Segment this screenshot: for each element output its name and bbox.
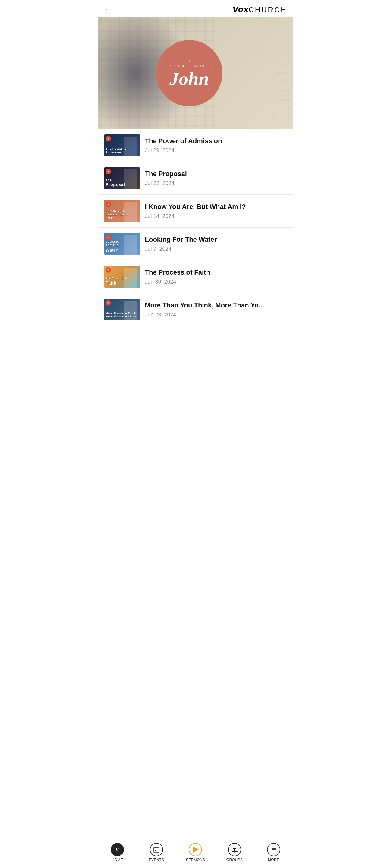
hero-label-son: SON xyxy=(271,107,290,112)
sermon-title: The Proposal xyxy=(145,170,287,179)
sermon-thumbnail: V More Than You ThinkMore Than You Know xyxy=(104,299,140,320)
hero-label-apostle: APOSTLE xyxy=(271,98,290,102)
events-icon xyxy=(150,843,163,856)
back-button[interactable]: ← xyxy=(104,6,112,13)
nav-item-sermons[interactable]: SERMONS xyxy=(176,843,215,862)
sermon-title: I Know You Are, But What Am I? xyxy=(145,203,287,211)
hero-label-friend: FRIEND xyxy=(271,26,290,30)
hero-label-witness: WITNESS xyxy=(271,81,290,84)
thumb-label: THEProposal xyxy=(106,178,125,187)
hero-label-prisoner: PRISONER xyxy=(271,53,290,57)
nav-label-groups: GROUPS xyxy=(227,858,243,862)
thumb-label: LOOKINGFOR THEWater xyxy=(106,240,120,253)
bottom-nav: V HOME EVENTS SER xyxy=(98,840,293,868)
vox-badge: V xyxy=(106,202,111,207)
svg-point-6 xyxy=(233,847,235,849)
more-svg xyxy=(270,846,277,853)
sermon-info: I Know You Are, But What Am I? Jul 14, 2… xyxy=(145,203,287,219)
nav-item-groups[interactable]: GROUPS xyxy=(215,843,254,862)
thumb-figure xyxy=(124,169,137,189)
sermon-list: V THE POWER OFAdmission The Power of Adm… xyxy=(98,129,293,326)
nav-label-sermons: SERMONS xyxy=(186,858,205,862)
hero-label-caretaker: CARETAKER xyxy=(271,90,290,93)
svg-point-8 xyxy=(234,849,236,851)
vox-badge: V xyxy=(106,267,111,273)
nav-spacer xyxy=(98,326,293,353)
more-icon xyxy=(267,843,280,856)
svg-point-11 xyxy=(233,851,236,852)
sermon-info: The Proposal Jul 22, 2024 xyxy=(145,170,287,187)
sermon-info: Looking For The Water Jul 7, 2024 xyxy=(145,236,287,252)
sermon-date: Jul 22, 2024 xyxy=(145,180,287,187)
sermon-date: Jul 29, 2024 xyxy=(145,147,287,154)
sermon-title: More Than You Think, More Than Yo... xyxy=(145,301,287,310)
logo-church: CHURCH xyxy=(249,6,287,14)
hero-label-prophet: PROPHET xyxy=(271,71,290,75)
logo-vox: Vox xyxy=(233,5,248,14)
hero-labels: FRIEND BROTHER JOURNER PRISONER DISCIPLE… xyxy=(271,18,290,129)
hero-label-journer: JOURNER xyxy=(271,44,290,48)
list-item[interactable]: V THEProposal The Proposal Jul 22, 2024 xyxy=(98,162,293,195)
sermon-title: Looking For The Water xyxy=(145,236,287,244)
gospel-text: THEGOSPEL ACCORDING TO xyxy=(163,59,215,69)
groups-svg xyxy=(231,846,238,853)
play-icon xyxy=(193,846,199,852)
sermon-thumbnail: V THEProposal xyxy=(104,167,140,189)
vox-badge: V xyxy=(106,235,111,240)
sermon-date: Jul 14, 2024 xyxy=(145,213,287,219)
home-icon: V xyxy=(111,843,124,856)
list-item[interactable]: V The Process ofFaith The Process of Fai… xyxy=(98,260,293,293)
thumb-figure xyxy=(124,136,137,156)
sermon-thumbnail: V LOOKINGFOR THEWater xyxy=(104,233,140,255)
svg-rect-5 xyxy=(155,850,156,851)
nav-item-events[interactable]: EVENTS xyxy=(137,843,176,862)
sermon-info: The Process of Faith Jun 30, 2024 xyxy=(145,268,287,285)
vox-badge: V xyxy=(106,169,111,174)
hero-label-fisherman: FISHERMAN xyxy=(271,117,290,121)
groups-icon xyxy=(228,843,241,856)
vox-badge: V xyxy=(106,300,111,306)
hero-label-brother: BROTHER xyxy=(271,35,290,39)
nav-item-home[interactable]: V HOME xyxy=(98,843,137,862)
thumb-figure xyxy=(124,235,137,255)
sermon-thumbnail: V The Process ofFaith xyxy=(104,266,140,287)
header: ← VoxCHURCH xyxy=(98,0,293,18)
list-item[interactable]: V More Than You ThinkMore Than You Know … xyxy=(98,293,293,326)
sermon-date: Jun 23, 2024 xyxy=(145,312,287,318)
home-svg: V xyxy=(114,846,121,853)
sermon-thumbnail: V THE POWER OFAdmission xyxy=(104,134,140,156)
vox-badge: V xyxy=(106,136,111,141)
list-item[interactable]: V THE POWER OFAdmission The Power of Adm… xyxy=(98,129,293,162)
sermon-title: The Power of Admission xyxy=(145,137,287,146)
nav-item-more[interactable]: MORE xyxy=(254,843,293,862)
events-svg xyxy=(153,846,160,853)
sermon-title: The Process of Faith xyxy=(145,268,287,277)
svg-rect-1 xyxy=(154,847,159,852)
list-item[interactable]: V LOOKINGFOR THEWater Looking For The Wa… xyxy=(98,227,293,260)
svg-text:V: V xyxy=(116,847,119,852)
sermon-date: Jun 30, 2024 xyxy=(145,279,287,285)
list-item[interactable]: V I KNOW YOUARE BUT WHATAM I? I Know You… xyxy=(98,195,293,227)
thumb-figure xyxy=(124,301,137,320)
sermon-date: Jul 7, 2024 xyxy=(145,246,287,252)
john-text: John xyxy=(170,69,209,88)
hero-banner: FRIEND BROTHER JOURNER PRISONER DISCIPLE… xyxy=(98,18,293,129)
nav-label-home: HOME xyxy=(112,858,123,862)
nav-label-more: MORE xyxy=(268,858,279,862)
sermons-icon xyxy=(189,843,202,856)
hero-circle: THEGOSPEL ACCORDING TO John xyxy=(156,40,222,106)
thumb-figure xyxy=(124,202,137,222)
logo: VoxCHURCH xyxy=(233,5,287,14)
sermon-info: The Power of Admission Jul 29, 2024 xyxy=(145,137,287,154)
hero-label-disciple: DISCIPLE xyxy=(271,62,290,66)
svg-point-7 xyxy=(235,847,236,849)
sermon-info: More Than You Think, More Than Yo... Jun… xyxy=(145,301,287,318)
nav-label-events: EVENTS xyxy=(149,858,164,862)
thumb-figure xyxy=(124,268,137,287)
sermon-thumbnail: V I KNOW YOUARE BUT WHATAM I? xyxy=(104,200,140,222)
